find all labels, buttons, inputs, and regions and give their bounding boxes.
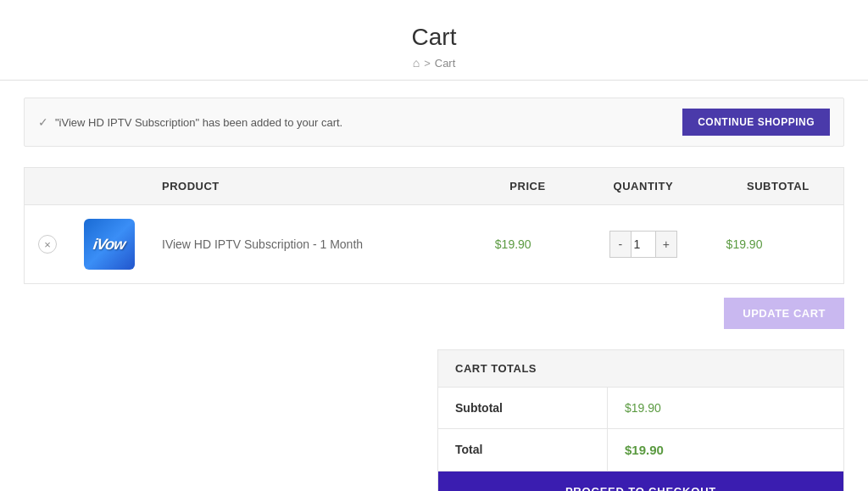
product-price: $19.90 — [495, 237, 531, 251]
proceed-to-checkout-button[interactable]: PROCEED TO CHECKOUT — [438, 471, 843, 491]
cart-actions: UPDATE CART — [24, 284, 844, 349]
total-value: $19.90 — [608, 429, 843, 471]
subtotal-row: Subtotal $19.90 — [438, 388, 843, 429]
qty-minus-button[interactable]: - — [610, 232, 631, 257]
col-price-header: PRICE — [481, 168, 574, 205]
col-subtotal-header: SUBTOTAL — [713, 168, 844, 205]
product-thumb-text: iVow — [92, 236, 126, 254]
qty-plus-button[interactable]: + — [656, 232, 676, 257]
subtotal-value: $19.90 — [608, 388, 843, 428]
subtotal-label: Subtotal — [438, 388, 608, 428]
notification-text: "iView HD IPTV Subscription" has been ad… — [55, 116, 342, 129]
notification-bar: ✓ "iView HD IPTV Subscription" has been … — [24, 98, 844, 147]
col-qty-header: QUANTITY — [574, 168, 713, 205]
cart-totals-wrapper: CART TOTALS Subtotal $19.90 Total $19.90… — [24, 349, 844, 491]
table-header-row: PRODUCT PRICE QUANTITY SUBTOTAL — [25, 168, 844, 205]
product-thumbnail: iVow — [84, 219, 135, 270]
breadcrumb-separator: > — [424, 57, 431, 70]
breadcrumb: ⌂ > Cart — [0, 56, 868, 70]
continue-shopping-button[interactable]: CONTINUE SHOPPING — [682, 109, 830, 136]
col-remove-header — [25, 168, 71, 205]
cart-table: PRODUCT PRICE QUANTITY SUBTOTAL × — [24, 167, 844, 284]
page-title: Cart — [0, 24, 868, 51]
product-name-cell: IView HD IPTV Subscription - 1 Month — [148, 205, 481, 284]
update-cart-button[interactable]: UPDATE CART — [724, 298, 844, 329]
main-content: ✓ "iView HD IPTV Subscription" has been … — [10, 81, 858, 491]
page-header: Cart ⌂ > Cart — [0, 0, 868, 81]
price-cell: $19.90 — [481, 205, 574, 284]
product-subtotal: $19.90 — [726, 237, 763, 251]
cart-totals-title: CART TOTALS — [438, 350, 843, 388]
total-label: Total — [438, 429, 608, 471]
product-name[interactable]: IView HD IPTV Subscription - 1 Month — [162, 237, 363, 251]
table-row: × iVow IView HD IPTV Subscription - 1 Mo… — [25, 205, 844, 284]
remove-item-button[interactable]: × — [38, 235, 57, 254]
col-img-header — [70, 168, 148, 205]
quantity-control: - + — [609, 231, 677, 258]
subtotal-cell: $19.90 — [713, 205, 844, 284]
home-icon: ⌂ — [413, 56, 420, 70]
breadcrumb-current: Cart — [435, 57, 456, 70]
check-icon: ✓ — [38, 115, 48, 129]
notification-message: ✓ "iView HD IPTV Subscription" has been … — [38, 115, 342, 129]
qty-input[interactable] — [631, 232, 656, 257]
product-image-cell: iVow — [70, 205, 148, 284]
total-row: Total $19.90 — [438, 429, 843, 471]
cart-totals-panel: CART TOTALS Subtotal $19.90 Total $19.90… — [437, 349, 844, 491]
col-product-header: PRODUCT — [148, 168, 481, 205]
remove-cell: × — [25, 205, 71, 284]
qty-cell: - + — [574, 205, 713, 284]
